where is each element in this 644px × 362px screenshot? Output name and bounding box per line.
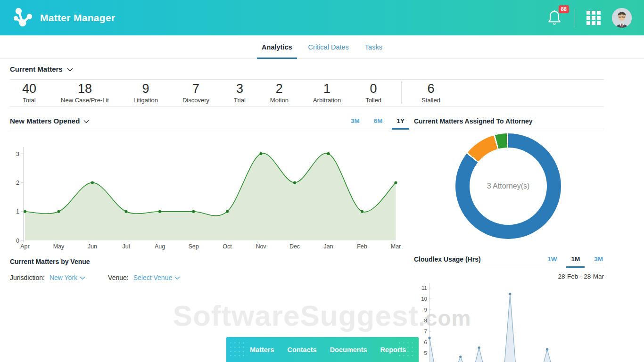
stat-motion: 2 Motion	[258, 82, 301, 104]
range-1y[interactable]: 1Y	[396, 113, 405, 129]
tab-tasks[interactable]: Tasks	[365, 35, 382, 58]
svg-text:7: 7	[424, 329, 427, 334]
svg-text:Mar: Mar	[391, 243, 401, 250]
svg-text:Feb: Feb	[357, 243, 367, 250]
svg-text:2: 2	[16, 180, 19, 186]
chevron-down-icon	[83, 117, 89, 125]
bottom-nav-bar: Matters Contacts Documents Reports	[226, 337, 419, 362]
cloudlex-usage-chart: 1110987654	[415, 282, 604, 362]
svg-text:Jul: Jul	[123, 243, 130, 250]
range-6m[interactable]: 6M	[373, 113, 384, 129]
chevron-down-icon	[174, 274, 180, 281]
chevron-down-icon	[67, 65, 73, 73]
stat-trial: 3 Trial	[222, 82, 258, 104]
svg-text:Sep: Sep	[188, 243, 198, 250]
svg-text:Aug: Aug	[155, 243, 165, 250]
svg-text:10: 10	[421, 296, 427, 302]
attorney-donut-chart: 3 Attorney(s)	[455, 133, 561, 239]
app-name: Matter Manager	[40, 12, 115, 24]
stat-tolled: 0 Tolled	[353, 82, 394, 104]
matter-stats-row: 40 Total 18 New Case/Pre-Lit 9 Litigatio…	[10, 79, 604, 107]
svg-text:6: 6	[424, 339, 427, 345]
stat-arbitration: 1 Arbitration	[301, 82, 353, 104]
svg-text:5: 5	[424, 350, 427, 356]
notification-badge: 88	[559, 5, 569, 13]
current-matters-label: Current Matters	[10, 65, 63, 73]
stat-stalled: 6 Stalled	[401, 82, 453, 104]
svg-text:8: 8	[424, 318, 427, 323]
chevron-down-icon	[80, 274, 85, 281]
apps-grid-icon[interactable]	[586, 11, 601, 25]
svg-text:0: 0	[16, 238, 19, 244]
bell-icon	[546, 20, 562, 28]
venue-filters: Jurisdiction: New York Venue: Select Ven…	[10, 274, 180, 281]
jurisdiction-label: Jurisdiction:	[10, 274, 45, 281]
svg-text:9: 9	[424, 307, 427, 313]
usage-range-toggle: 1W 1M 3M	[546, 251, 604, 267]
range-3m[interactable]: 3M	[350, 113, 361, 129]
header-divider	[575, 8, 575, 27]
user-avatar[interactable]	[612, 8, 632, 28]
nav-matters[interactable]: Matters	[250, 346, 274, 354]
notifications-button[interactable]: 88	[546, 9, 563, 26]
svg-text:Jun: Jun	[88, 243, 97, 250]
donut-center-label: 3 Attorney(s)	[470, 148, 547, 225]
range-3m[interactable]: 3M	[593, 251, 604, 267]
stat-discovery: 7 Discovery	[170, 82, 222, 104]
stat-new-case: 18 New Case/Pre-Lit	[49, 82, 121, 104]
attorney-panel-header: Current Matters Assigned To Attorney	[414, 113, 604, 129]
venue-label: Venue:	[108, 274, 129, 281]
attorney-panel-title: Current Matters Assigned To Attorney	[414, 117, 533, 125]
range-1w[interactable]: 1W	[546, 251, 558, 267]
svg-text:1: 1	[16, 208, 19, 215]
svg-text:Oct: Oct	[223, 243, 232, 250]
stat-litigation: 9 Litigation	[121, 82, 170, 104]
svg-text:Jan: Jan	[323, 243, 333, 250]
top-bar: Matter Manager 88	[0, 0, 644, 35]
nav-reports[interactable]: Reports	[380, 346, 406, 354]
svg-text:Apr: Apr	[20, 243, 29, 250]
app-logo-icon	[12, 6, 34, 30]
new-matters-title-dropdown[interactable]: New Matters Opened	[10, 117, 89, 125]
nav-contacts[interactable]: Contacts	[288, 346, 317, 354]
jurisdiction-select[interactable]: New York	[50, 274, 85, 281]
svg-text:11: 11	[421, 285, 427, 291]
svg-text:3: 3	[16, 151, 19, 157]
tab-analytics[interactable]: Analytics	[262, 35, 292, 58]
tab-critical-dates[interactable]: Critical Dates	[308, 35, 349, 58]
new-matters-opened-chart: 0123AprMayJunJulAugSepOctNovDecJanFebMar	[12, 135, 401, 250]
brand: Matter Manager	[12, 6, 115, 30]
svg-text:May: May	[53, 243, 65, 250]
usage-date-range: 28-Feb - 28-Mar	[414, 273, 604, 280]
stat-total: 40 Total	[10, 82, 49, 104]
current-matters-dropdown[interactable]: Current Matters	[10, 58, 604, 80]
nav-documents[interactable]: Documents	[330, 346, 367, 354]
new-matters-header: New Matters Opened 3M 6M 1Y	[10, 113, 405, 129]
venue-select[interactable]: Select Venue	[133, 274, 181, 281]
main-tabs: Analytics Critical Dates Tasks	[0, 35, 644, 59]
svg-text:Nov: Nov	[256, 243, 266, 250]
top-bar-actions: 88	[546, 8, 632, 28]
new-matters-range-toggle: 3M 6M 1Y	[350, 113, 405, 129]
usage-panel-header: Cloudlex Usage (Hrs) 1W 1M 3M	[414, 251, 604, 267]
range-1m[interactable]: 1M	[570, 251, 581, 267]
venue-section-title: Current Matters by Venue	[10, 258, 90, 265]
matter-manager-dashboard: Matter Manager 88	[0, 0, 644, 362]
svg-text:Dec: Dec	[289, 243, 300, 250]
usage-panel-title: Cloudlex Usage (Hrs)	[414, 255, 481, 263]
